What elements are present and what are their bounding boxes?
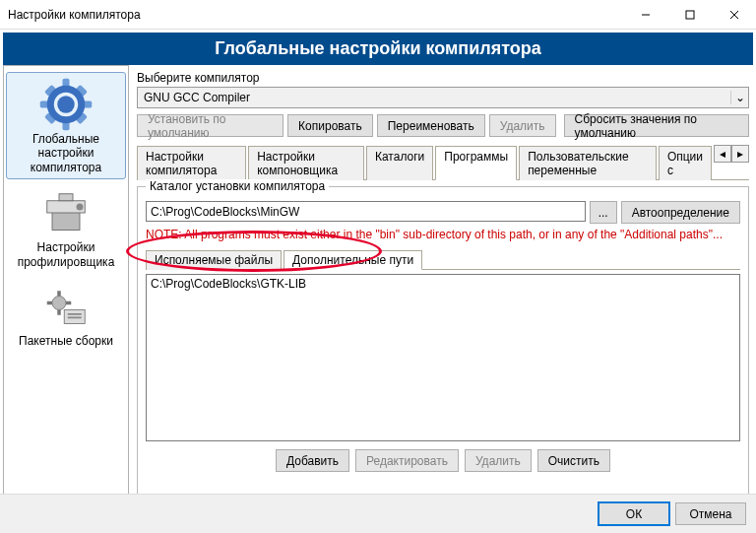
sidebar-item-label: Глобальные настройки компилятора — [9, 132, 123, 174]
autodetect-button[interactable]: Автоопределение — [621, 201, 740, 224]
subtab-additional-paths[interactable]: Дополнительные пути — [284, 250, 422, 270]
install-dir-legend: Каталог установки компилятора — [146, 179, 329, 193]
compiler-buttons-row: Установить по умолчанию Копировать Переи… — [137, 114, 749, 137]
svg-rect-1 — [686, 11, 694, 19]
program-subtabs: Исполняемые файлы Дополнительные пути — [146, 249, 740, 270]
maximize-button[interactable] — [667, 0, 712, 30]
svg-rect-20 — [68, 313, 82, 315]
svg-rect-14 — [52, 211, 80, 230]
rename-button[interactable]: Переименовать — [377, 114, 485, 137]
profiler-icon — [38, 185, 94, 240]
minimize-button[interactable] — [623, 0, 667, 30]
tab-custom-vars[interactable]: Пользовательские переменные — [519, 146, 657, 180]
additional-paths-listbox[interactable]: C:\Prog\CodeBlocks\GTK-LIB — [146, 274, 740, 441]
install-dir-input[interactable] — [146, 201, 586, 222]
banner-title: Глобальные настройки компилятора — [3, 33, 753, 65]
delete-button[interactable]: Удалить — [465, 449, 532, 472]
compiler-select-label: Выберите компилятор — [137, 71, 753, 85]
tab-compiler-settings[interactable]: Настройки компилятора — [137, 146, 246, 180]
dialog-buttons: ОК Отмена — [0, 494, 756, 533]
install-dir-group: Каталог установки компилятора ... Автооп… — [137, 186, 749, 495]
browse-button[interactable]: ... — [590, 201, 617, 224]
settings-sidebar: Глобальные настройки компилятора Настрой… — [3, 65, 129, 500]
sidebar-item-batch-builds[interactable]: Пакетные сборки — [6, 275, 126, 352]
reset-defaults-button[interactable]: Сбросить значения по умолчанию — [564, 114, 749, 137]
svg-point-17 — [77, 204, 84, 211]
tab-overflow[interactable]: Опции с — [659, 146, 712, 180]
delete-compiler-button[interactable]: Удалить — [489, 114, 556, 137]
gear-icon — [38, 77, 94, 132]
chevron-down-icon: ⌄ — [730, 91, 748, 104]
list-buttons-row: Добавить Редактировать Удалить Очистить — [146, 449, 740, 472]
sidebar-item-label: Пакетные сборки — [19, 334, 113, 348]
clear-button[interactable]: Очистить — [537, 449, 610, 472]
compiler-select[interactable]: GNU GCC Compiler ⌄ — [137, 87, 749, 108]
svg-point-18 — [52, 296, 66, 309]
titlebar: Настройки компилятора — [0, 0, 756, 30]
set-default-button[interactable]: Установить по умолчанию — [137, 114, 284, 137]
cancel-button[interactable]: Отмена — [675, 502, 746, 525]
right-pane: Выберите компилятор GNU GCC Compiler ⌄ У… — [133, 65, 753, 500]
window-title: Настройки компилятора — [8, 8, 623, 22]
copy-button[interactable]: Копировать — [287, 114, 373, 137]
add-button[interactable]: Добавить — [276, 449, 349, 472]
tab-scroll: ◂ ▸ — [714, 145, 749, 179]
svg-rect-16 — [59, 194, 73, 201]
list-item[interactable]: C:\Prog\CodeBlocks\GTK-LIB — [151, 277, 735, 291]
tab-scroll-right[interactable]: ▸ — [731, 145, 749, 163]
subtab-executables[interactable]: Исполняемые файлы — [146, 250, 282, 270]
compiler-select-value: GNU GCC Compiler — [144, 91, 250, 104]
tab-linker-settings[interactable]: Настройки компоновщика — [248, 146, 364, 180]
tab-programs[interactable]: Программы — [435, 146, 517, 180]
install-dir-note: NOTE: All programs must exist either in … — [146, 228, 740, 241]
sidebar-item-profiler[interactable]: Настройки профилировщика — [6, 181, 126, 273]
main-tabs: Настройки компилятора Настройки компонов… — [137, 145, 749, 180]
sidebar-item-global-compiler[interactable]: Глобальные настройки компилятора — [6, 72, 126, 179]
sidebar-item-label: Настройки профилировщика — [8, 240, 124, 269]
tab-scroll-left[interactable]: ◂ — [714, 145, 731, 163]
close-button[interactable] — [712, 0, 756, 30]
tab-directories[interactable]: Каталоги — [366, 146, 433, 180]
svg-point-4 — [57, 96, 75, 113]
svg-rect-21 — [68, 316, 82, 318]
ok-button[interactable]: ОК — [598, 502, 669, 525]
batch-build-icon — [38, 279, 94, 334]
edit-button[interactable]: Редактировать — [355, 449, 459, 472]
